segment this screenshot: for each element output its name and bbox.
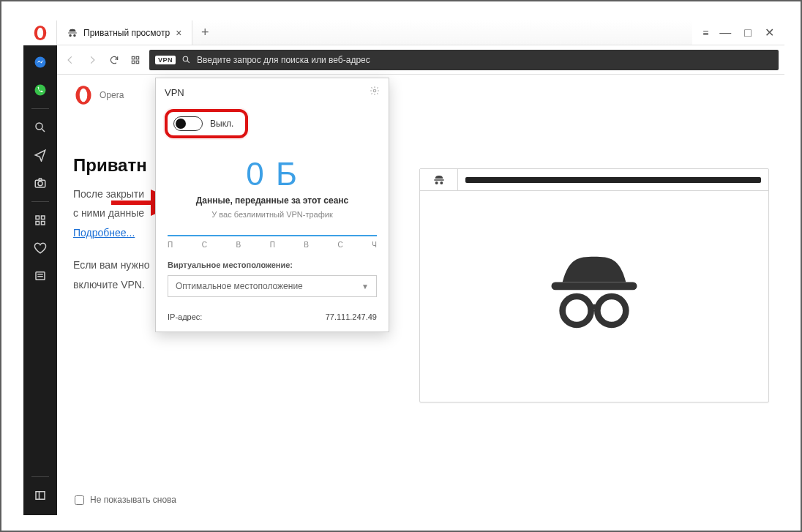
- address-bar: VPN Введите запрос для поиска или веб-ад…: [57, 45, 784, 75]
- sidebar-item-bookmarks[interactable]: [23, 236, 57, 261]
- window-minimize-button[interactable]: —: [719, 26, 731, 40]
- gear-icon: [370, 86, 380, 96]
- opera-menu-button[interactable]: [23, 20, 57, 45]
- vpn-toggle[interactable]: [173, 116, 203, 131]
- vpn-data-amount: 0 Б: [156, 156, 389, 192]
- chart-label: Ч: [372, 241, 377, 249]
- news-icon: [34, 269, 47, 282]
- sidebar-item-snapshot[interactable]: [23, 171, 57, 195]
- svg-point-4: [36, 123, 42, 130]
- svg-rect-20: [136, 61, 139, 64]
- svg-point-3: [35, 85, 46, 96]
- svg-line-22: [187, 61, 190, 63]
- window-maximize-button[interactable]: □: [744, 26, 752, 40]
- chart-label: П: [168, 241, 173, 249]
- chart-baseline: [168, 235, 377, 236]
- tab-title: Приватный просмотр: [83, 28, 170, 38]
- svg-point-27: [563, 296, 591, 325]
- speeddial-button[interactable]: [129, 53, 142, 67]
- svg-rect-17: [132, 56, 135, 59]
- svg-rect-18: [136, 56, 139, 59]
- panel-toggle-icon: [34, 489, 47, 502]
- search-icon: [181, 55, 191, 64]
- url-placeholder: Введите запрос для поиска или веб-адрес: [197, 55, 370, 65]
- svg-point-7: [38, 181, 42, 186]
- vpn-popup: VPN Выкл. 0 Б Данные, переданные за этот…: [155, 78, 389, 332]
- speeddial-icon: [34, 214, 47, 227]
- search-icon: [34, 121, 47, 134]
- chevron-left-icon: [65, 55, 75, 65]
- reload-button[interactable]: [107, 53, 121, 67]
- svg-point-21: [183, 56, 187, 61]
- vpn-popup-title: VPN: [165, 87, 184, 98]
- annotation-highlight: Выкл.: [165, 109, 248, 138]
- forward-button[interactable]: [85, 53, 100, 67]
- chart-day-labels: П С В П В С Ч: [168, 241, 377, 249]
- svg-point-1: [37, 28, 42, 39]
- vpn-data-caption: Данные, переданные за этот сеанс: [156, 195, 389, 206]
- tab-strip: Приватный просмотр × +: [57, 20, 692, 45]
- easy-setup-icon[interactable]: ≡: [702, 27, 706, 39]
- vpn-ip-label: IP-адрес:: [168, 312, 202, 321]
- illustration-card: [419, 168, 769, 402]
- sidebar-item-panel-toggle[interactable]: [23, 483, 57, 508]
- vpn-badge[interactable]: VPN: [155, 56, 176, 64]
- svg-line-5: [42, 129, 45, 132]
- incognito-icon: [67, 28, 78, 38]
- vpn-ip-value: 77.111.247.49: [326, 312, 377, 321]
- back-button[interactable]: [63, 53, 78, 67]
- vpn-toggle-label: Выкл.: [210, 119, 233, 129]
- chart-label: П: [270, 241, 275, 249]
- illustration-urlbar: [458, 169, 768, 190]
- send-icon: [34, 149, 47, 162]
- toggle-knob: [176, 119, 186, 129]
- svg-rect-26: [552, 282, 637, 291]
- sidebar-item-search[interactable]: [23, 115, 57, 140]
- chart-label: С: [202, 241, 207, 249]
- vpn-popup-header: VPN: [156, 78, 389, 103]
- reload-icon: [109, 55, 119, 65]
- svg-point-28: [597, 296, 626, 325]
- vpn-settings-button[interactable]: [370, 86, 380, 99]
- chart-label: В: [236, 241, 241, 249]
- window-close-button[interactable]: ✕: [765, 26, 774, 40]
- vpn-location-label: Виртуальное местоположение:: [168, 261, 377, 269]
- svg-rect-19: [132, 61, 135, 64]
- screenshot-frame: Приватный просмотр × + ≡ — □ ✕: [0, 0, 802, 532]
- svg-rect-10: [36, 222, 40, 225]
- vpn-ip-row: IP-адрес: 77.111.247.49: [156, 304, 389, 331]
- vpn-location-select[interactable]: Оптимальное местоположение ▼: [168, 275, 377, 297]
- incognito-icon: [433, 174, 445, 186]
- svg-rect-11: [42, 222, 45, 225]
- tab-private-browsing[interactable]: Приватный просмотр ×: [57, 20, 192, 45]
- grid-icon: [130, 55, 140, 65]
- tab-close-icon[interactable]: ×: [176, 27, 181, 39]
- sidebar-item-news[interactable]: [23, 263, 57, 288]
- messenger-icon: [34, 56, 47, 69]
- dont-show-label: Не показывать снова: [90, 495, 176, 505]
- whatsapp-icon: [34, 83, 47, 97]
- dont-show-checkbox[interactable]: [75, 495, 84, 505]
- new-tab-button[interactable]: +: [192, 20, 217, 45]
- opera-logo-icon: [73, 85, 94, 105]
- dont-show-again[interactable]: Не показывать снова: [75, 495, 176, 505]
- opera-window: Приватный просмотр × + ≡ — □ ✕: [23, 20, 784, 515]
- svg-rect-9: [42, 216, 45, 220]
- chevron-down-icon: ▼: [361, 282, 369, 291]
- opera-logo-icon: [32, 25, 48, 41]
- illustration-body: [420, 191, 768, 402]
- illustration-url-fill: [465, 177, 761, 183]
- camera-icon: [34, 176, 47, 190]
- learn-more-link[interactable]: Подробнее...: [73, 227, 135, 239]
- sidebar-item-speeddial[interactable]: [23, 208, 57, 233]
- chart-label: В: [304, 241, 309, 249]
- chevron-right-icon: [87, 55, 97, 65]
- sidebar-separator: [31, 476, 49, 477]
- url-input[interactable]: VPN Введите запрос для поиска или веб-ад…: [149, 50, 779, 70]
- sidebar-item-messenger[interactable]: [23, 50, 57, 75]
- vpn-toggle-row: Выкл.: [156, 103, 389, 151]
- sidebar-item-whatsapp[interactable]: [23, 78, 57, 102]
- window-controls: ≡ — □ ✕: [692, 20, 784, 45]
- sidebar-item-flow[interactable]: [23, 143, 57, 168]
- brand-label: Opera: [100, 90, 124, 100]
